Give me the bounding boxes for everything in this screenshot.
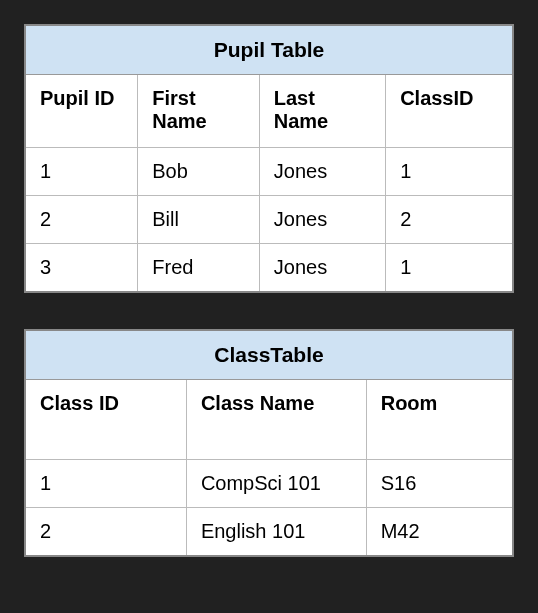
cell: English 101 bbox=[186, 508, 366, 556]
class-table-title: ClassTable bbox=[26, 331, 512, 380]
cell: 1 bbox=[26, 460, 186, 508]
cell: 2 bbox=[386, 195, 512, 243]
cell: Jones bbox=[259, 195, 385, 243]
cell: M42 bbox=[366, 508, 512, 556]
table-header-row: Pupil ID First Name Last Name ClassID bbox=[26, 75, 512, 147]
cell: 2 bbox=[26, 508, 186, 556]
table-row: 2 English 101 M42 bbox=[26, 508, 512, 556]
cell: 2 bbox=[26, 195, 138, 243]
cell: Jones bbox=[259, 243, 385, 291]
table-row: 1 Bob Jones 1 bbox=[26, 147, 512, 195]
table-row: 2 Bill Jones 2 bbox=[26, 195, 512, 243]
cell: Fred bbox=[138, 243, 260, 291]
col-header: Class Name bbox=[186, 380, 366, 460]
cell: 1 bbox=[386, 147, 512, 195]
cell: Jones bbox=[259, 147, 385, 195]
cell: Bill bbox=[138, 195, 260, 243]
class-table-container: ClassTable Class ID Class Name Room 1 Co… bbox=[24, 329, 514, 558]
pupil-table: Pupil ID First Name Last Name ClassID 1 … bbox=[26, 75, 512, 291]
table-row: 3 Fred Jones 1 bbox=[26, 243, 512, 291]
cell: Bob bbox=[138, 147, 260, 195]
table-header-row: Class ID Class Name Room bbox=[26, 380, 512, 460]
pupil-table-title: Pupil Table bbox=[26, 26, 512, 75]
col-header: Pupil ID bbox=[26, 75, 138, 147]
cell: 1 bbox=[26, 147, 138, 195]
col-header: Room bbox=[366, 380, 512, 460]
class-table: Class ID Class Name Room 1 CompSci 101 S… bbox=[26, 380, 512, 556]
cell: 3 bbox=[26, 243, 138, 291]
cell: CompSci 101 bbox=[186, 460, 366, 508]
col-header: Last Name bbox=[259, 75, 385, 147]
cell: 1 bbox=[386, 243, 512, 291]
col-header: Class ID bbox=[26, 380, 186, 460]
cell: S16 bbox=[366, 460, 512, 508]
table-row: 1 CompSci 101 S16 bbox=[26, 460, 512, 508]
pupil-table-container: Pupil Table Pupil ID First Name Last Nam… bbox=[24, 24, 514, 293]
col-header: ClassID bbox=[386, 75, 512, 147]
col-header: First Name bbox=[138, 75, 260, 147]
